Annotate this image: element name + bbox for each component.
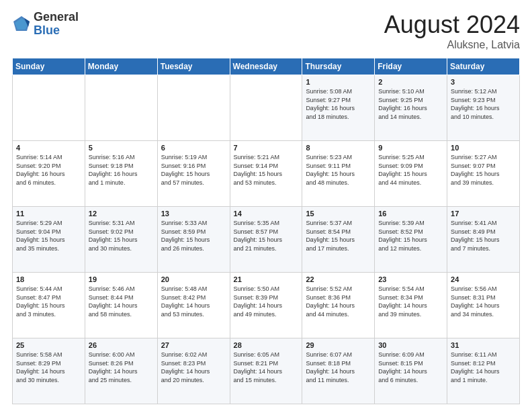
day-info: Sunrise: 5:52 AM Sunset: 8:36 PM Dayligh…: [306, 285, 371, 318]
day-number: 28: [234, 341, 299, 349]
day-info: Sunrise: 6:02 AM Sunset: 8:23 PM Dayligh…: [161, 351, 226, 384]
day-number: 18: [16, 275, 81, 283]
day-info: Sunrise: 5:16 AM Sunset: 9:18 PM Dayligh…: [89, 153, 154, 187]
table-row: 25Sunrise: 5:58 AM Sunset: 8:29 PM Dayli…: [13, 338, 85, 404]
logo: General Blue: [12, 11, 79, 38]
table-row: 31Sunrise: 6:11 AM Sunset: 8:12 PM Dayli…: [447, 338, 520, 404]
day-info: Sunrise: 5:50 AM Sunset: 8:39 PM Dayligh…: [234, 285, 299, 318]
table-row: 29Sunrise: 6:07 AM Sunset: 8:18 PM Dayli…: [302, 338, 375, 404]
day-number: 24: [451, 275, 516, 283]
day-info: Sunrise: 5:58 AM Sunset: 8:29 PM Dayligh…: [16, 351, 81, 384]
calendar-table: Sunday Monday Tuesday Wednesday Thursday…: [12, 58, 520, 404]
table-row: 5Sunrise: 5:16 AM Sunset: 9:18 PM Daylig…: [85, 141, 157, 207]
table-row: [157, 75, 230, 141]
day-number: 17: [451, 210, 516, 218]
table-row: [85, 75, 157, 141]
day-number: 20: [161, 275, 226, 283]
day-info: Sunrise: 5:41 AM Sunset: 8:49 PM Dayligh…: [451, 219, 516, 253]
day-info: Sunrise: 5:46 AM Sunset: 8:44 PM Dayligh…: [89, 285, 154, 318]
day-number: 12: [89, 210, 154, 218]
day-number: 13: [161, 210, 226, 218]
day-info: Sunrise: 5:14 AM Sunset: 9:20 PM Dayligh…: [16, 153, 81, 187]
day-number: 25: [16, 341, 81, 349]
table-row: 3Sunrise: 5:12 AM Sunset: 9:23 PM Daylig…: [447, 75, 520, 141]
table-row: 17Sunrise: 5:41 AM Sunset: 8:49 PM Dayli…: [447, 207, 520, 273]
table-row: 12Sunrise: 5:31 AM Sunset: 9:02 PM Dayli…: [85, 207, 157, 273]
day-number: 26: [89, 341, 154, 349]
page: General Blue August 2024 Aluksne, Latvia…: [0, 0, 532, 411]
day-number: 9: [378, 144, 443, 152]
table-row: 27Sunrise: 6:02 AM Sunset: 8:23 PM Dayli…: [157, 338, 230, 404]
table-row: 23Sunrise: 5:54 AM Sunset: 8:34 PM Dayli…: [375, 273, 447, 338]
logo-blue: Blue: [34, 24, 79, 38]
day-info: Sunrise: 5:25 AM Sunset: 9:09 PM Dayligh…: [378, 153, 443, 187]
day-info: Sunrise: 5:27 AM Sunset: 9:07 PM Dayligh…: [451, 153, 516, 187]
header-monday: Monday: [85, 58, 157, 75]
day-info: Sunrise: 5:19 AM Sunset: 9:16 PM Dayligh…: [161, 153, 226, 187]
day-number: 21: [234, 275, 299, 283]
day-number: 2: [378, 78, 443, 86]
day-number: 27: [161, 341, 226, 349]
table-row: 14Sunrise: 5:35 AM Sunset: 8:57 PM Dayli…: [230, 207, 302, 273]
table-row: 19Sunrise: 5:46 AM Sunset: 8:44 PM Dayli…: [85, 273, 157, 338]
month-year-title: August 2024: [384, 11, 520, 39]
day-number: 23: [378, 275, 443, 283]
day-info: Sunrise: 5:54 AM Sunset: 8:34 PM Dayligh…: [378, 285, 443, 318]
day-info: Sunrise: 5:31 AM Sunset: 9:02 PM Dayligh…: [89, 219, 154, 253]
table-row: 18Sunrise: 5:44 AM Sunset: 8:47 PM Dayli…: [13, 273, 85, 338]
header: General Blue August 2024 Aluksne, Latvia: [12, 11, 520, 51]
table-row: 26Sunrise: 6:00 AM Sunset: 8:26 PM Dayli…: [85, 338, 157, 404]
logo-general: General: [34, 11, 79, 24]
table-row: [13, 75, 85, 141]
day-info: Sunrise: 5:29 AM Sunset: 9:04 PM Dayligh…: [16, 219, 81, 253]
table-row: 13Sunrise: 5:33 AM Sunset: 8:59 PM Dayli…: [157, 207, 230, 273]
table-row: 10Sunrise: 5:27 AM Sunset: 9:07 PM Dayli…: [447, 141, 520, 207]
calendar-week-row: 1Sunrise: 5:08 AM Sunset: 9:27 PM Daylig…: [13, 75, 520, 141]
day-info: Sunrise: 5:23 AM Sunset: 9:11 PM Dayligh…: [306, 153, 371, 187]
table-row: 30Sunrise: 6:09 AM Sunset: 8:15 PM Dayli…: [375, 338, 447, 404]
table-row: 7Sunrise: 5:21 AM Sunset: 9:14 PM Daylig…: [230, 141, 302, 207]
day-number: 11: [16, 210, 81, 218]
day-number: 14: [234, 210, 299, 218]
day-info: Sunrise: 5:12 AM Sunset: 9:23 PM Dayligh…: [451, 87, 516, 121]
title-area: August 2024 Aluksne, Latvia: [384, 11, 520, 51]
day-info: Sunrise: 5:37 AM Sunset: 8:54 PM Dayligh…: [306, 219, 371, 253]
location-subtitle: Aluksne, Latvia: [384, 39, 520, 51]
day-info: Sunrise: 5:35 AM Sunset: 8:57 PM Dayligh…: [234, 219, 299, 253]
day-number: 10: [451, 144, 516, 152]
logo-text: General Blue: [34, 11, 79, 38]
calendar-week-row: 4Sunrise: 5:14 AM Sunset: 9:20 PM Daylig…: [13, 141, 520, 207]
table-row: 20Sunrise: 5:48 AM Sunset: 8:42 PM Dayli…: [157, 273, 230, 338]
table-row: 8Sunrise: 5:23 AM Sunset: 9:11 PM Daylig…: [302, 141, 375, 207]
day-number: 16: [378, 210, 443, 218]
day-info: Sunrise: 6:00 AM Sunset: 8:26 PM Dayligh…: [89, 351, 154, 384]
day-number: 30: [378, 341, 443, 349]
table-row: 24Sunrise: 5:56 AM Sunset: 8:31 PM Dayli…: [447, 273, 520, 338]
table-row: 1Sunrise: 5:08 AM Sunset: 9:27 PM Daylig…: [302, 75, 375, 141]
table-row: 6Sunrise: 5:19 AM Sunset: 9:16 PM Daylig…: [157, 141, 230, 207]
header-saturday: Saturday: [447, 58, 520, 75]
day-info: Sunrise: 5:10 AM Sunset: 9:25 PM Dayligh…: [378, 87, 443, 121]
table-row: 21Sunrise: 5:50 AM Sunset: 8:39 PM Dayli…: [230, 273, 302, 338]
day-number: 6: [161, 144, 226, 152]
calendar-week-row: 18Sunrise: 5:44 AM Sunset: 8:47 PM Dayli…: [13, 273, 520, 338]
header-friday: Friday: [375, 58, 447, 75]
header-sunday: Sunday: [13, 58, 85, 75]
day-number: 5: [89, 144, 154, 152]
table-row: 11Sunrise: 5:29 AM Sunset: 9:04 PM Dayli…: [13, 207, 85, 273]
day-number: 22: [306, 275, 371, 283]
table-row: 9Sunrise: 5:25 AM Sunset: 9:09 PM Daylig…: [375, 141, 447, 207]
calendar-week-row: 11Sunrise: 5:29 AM Sunset: 9:04 PM Dayli…: [13, 207, 520, 273]
calendar-week-row: 25Sunrise: 5:58 AM Sunset: 8:29 PM Dayli…: [13, 338, 520, 404]
day-info: Sunrise: 6:05 AM Sunset: 8:21 PM Dayligh…: [234, 351, 299, 384]
calendar-header-row: Sunday Monday Tuesday Wednesday Thursday…: [13, 58, 520, 75]
table-row: [230, 75, 302, 141]
day-number: 3: [451, 78, 516, 86]
day-info: Sunrise: 6:07 AM Sunset: 8:18 PM Dayligh…: [306, 351, 371, 384]
table-row: 16Sunrise: 5:39 AM Sunset: 8:52 PM Dayli…: [375, 207, 447, 273]
table-row: 2Sunrise: 5:10 AM Sunset: 9:25 PM Daylig…: [375, 75, 447, 141]
day-info: Sunrise: 5:21 AM Sunset: 9:14 PM Dayligh…: [234, 153, 299, 187]
header-wednesday: Wednesday: [230, 58, 302, 75]
day-number: 8: [306, 144, 371, 152]
day-info: Sunrise: 5:39 AM Sunset: 8:52 PM Dayligh…: [378, 219, 443, 253]
